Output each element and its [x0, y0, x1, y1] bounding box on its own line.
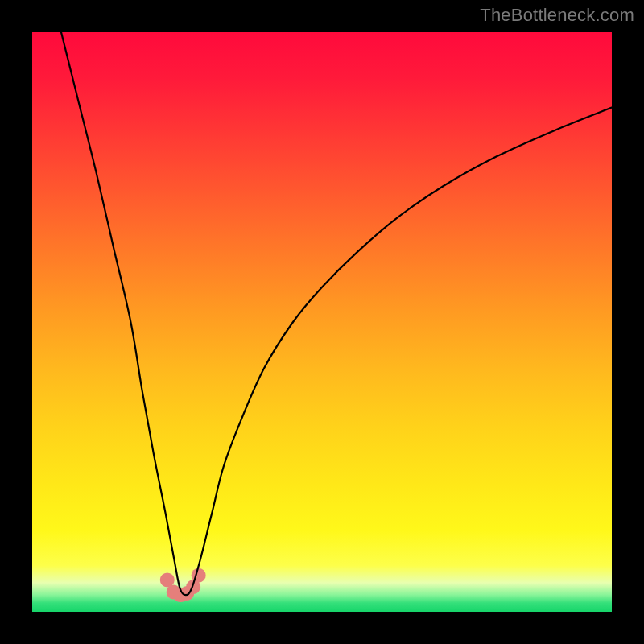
trough-dot: [192, 568, 206, 583]
watermark-text: TheBottleneck.com: [480, 5, 634, 26]
plot-area: [32, 32, 612, 612]
chart-frame: TheBottleneck.com: [0, 0, 644, 644]
plot-svg: [32, 32, 612, 612]
main-curve: [61, 32, 612, 595]
trough-markers: [160, 568, 206, 602]
